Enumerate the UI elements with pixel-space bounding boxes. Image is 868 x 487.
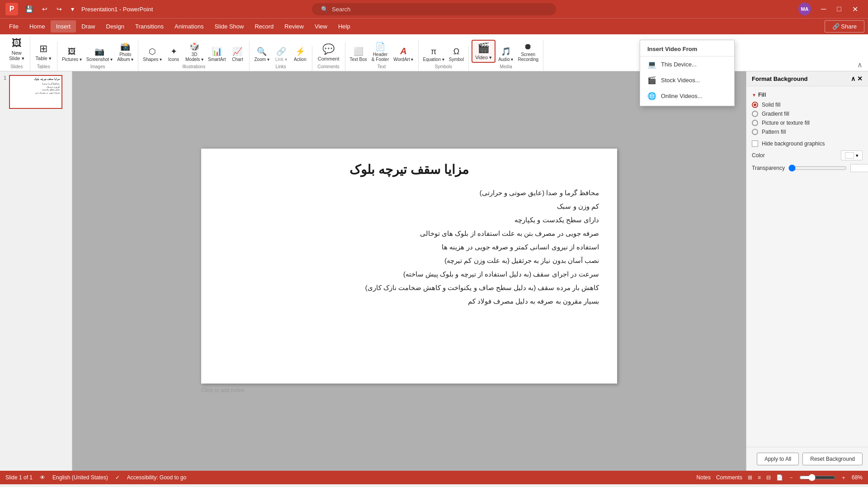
- shapes-button[interactable]: ⬡ Shapes ▾: [141, 46, 164, 63]
- insert-video-dropdown: Insert Video From 💻 This Device... 🎬 Sto…: [640, 40, 735, 106]
- chart-button[interactable]: 📈 Chart: [228, 46, 246, 63]
- hide-background-check[interactable]: [752, 140, 758, 147]
- ribbon-group-tables: ⊞ Table ▾ Tables: [30, 42, 57, 71]
- reset-background-button[interactable]: Reset Background: [802, 453, 863, 465]
- picture-fill-radio[interactable]: [752, 120, 758, 126]
- screen-recording-button[interactable]: ⏺ Screen Recording: [516, 41, 540, 63]
- maximize-button[interactable]: □: [832, 3, 846, 15]
- header-footer-button[interactable]: 📄 Header & Footer: [370, 41, 391, 63]
- user-avatar[interactable]: MA: [798, 3, 811, 15]
- picture-texture-fill-option[interactable]: Picture or texture fill: [752, 120, 863, 126]
- app-logo: P: [5, 3, 18, 15]
- transparency-slider[interactable]: [788, 164, 847, 172]
- slide-thumb-container: 1 مزایا سقف تیرچه بلوک محافظ گرما و صدا …: [4, 75, 68, 109]
- pattern-fill-radio[interactable]: [752, 129, 758, 135]
- equation-button[interactable]: π Equation ▾: [421, 46, 446, 63]
- menu-animations[interactable]: Animations: [169, 20, 209, 33]
- search-bar[interactable]: 🔍: [312, 3, 556, 15]
- photo-album-button[interactable]: 📸 Photo Album ▾: [115, 41, 135, 63]
- undo-button[interactable]: ↩: [38, 4, 51, 14]
- comments-button[interactable]: Comments: [716, 474, 742, 481]
- solid-fill-option[interactable]: Solid fill: [752, 102, 863, 108]
- screenshot-button[interactable]: 📷 Screenshot ▾: [85, 46, 114, 63]
- slide-content: محافظ گرما و صدا (عایق صوتی و حرارتی) کم…: [219, 186, 599, 308]
- dropdown-item-device[interactable]: 💻 This Device...: [640, 56, 734, 72]
- menu-review[interactable]: Review: [279, 20, 309, 33]
- gradient-fill-radio[interactable]: [752, 111, 758, 117]
- share-button[interactable]: 🔗 Share: [825, 20, 864, 33]
- apply-to-all-button[interactable]: Apply to All: [757, 453, 799, 465]
- solid-fill-radio[interactable]: [752, 102, 758, 108]
- panel-collapse-btn[interactable]: ∧: [851, 75, 855, 82]
- zoom-slider[interactable]: [799, 474, 835, 481]
- close-button[interactable]: ✕: [848, 3, 863, 15]
- zoom-out-icon[interactable]: －: [788, 474, 794, 482]
- text-group-label: Text: [377, 64, 386, 69]
- customize-button[interactable]: ▾: [67, 4, 78, 14]
- menu-draw[interactable]: Draw: [76, 20, 100, 33]
- zoom-in-icon[interactable]: ＋: [841, 474, 846, 482]
- menu-slideshow[interactable]: Slide Show: [209, 20, 249, 33]
- slide-notes[interactable]: Click to add notes: [201, 387, 617, 393]
- view-reading-icon[interactable]: ⊟: [766, 474, 771, 481]
- pattern-fill-option[interactable]: Pattern fill: [752, 129, 863, 135]
- link-button[interactable]: 🔗 Link ▾: [272, 46, 290, 63]
- audio-button[interactable]: 🎵 Audio ▾: [496, 46, 515, 63]
- slide-canvas[interactable]: مزایا سقف تیرچه بلوک محافظ گرما و صدا (ع…: [201, 149, 617, 384]
- stock-video-icon: 🎬: [647, 76, 656, 84]
- menu-home[interactable]: Home: [24, 20, 51, 33]
- color-picker-button[interactable]: ▾: [841, 150, 863, 160]
- view-normal-icon[interactable]: ⊞: [748, 474, 752, 481]
- quick-access-toolbar: 💾 ↩ ↪ ▾: [22, 4, 78, 14]
- slides-group-label: Slides: [10, 64, 23, 69]
- dropdown-item-online[interactable]: 🌐 Online Videos...: [640, 88, 734, 104]
- ribbon-group-links: 🔍 Zoom ▾ 🔗 Link ▾ ⚡ Action Links: [250, 46, 312, 71]
- wordart-button[interactable]: A WordArt ▾: [392, 45, 415, 63]
- menu-transitions[interactable]: Transitions: [130, 20, 169, 33]
- search-input[interactable]: [332, 6, 547, 13]
- ribbon-group-slides: 🖼 New Slide ▾ Slides: [4, 36, 30, 71]
- view-slideshow-icon[interactable]: 📄: [776, 474, 783, 481]
- menu-file[interactable]: File: [4, 20, 24, 33]
- menu-view[interactable]: View: [309, 20, 333, 33]
- menu-insert[interactable]: Insert: [51, 20, 76, 33]
- slide-title: مزایا سقف تیرچه بلوک: [349, 162, 468, 177]
- minimize-button[interactable]: ─: [816, 3, 830, 15]
- new-slide-button[interactable]: 🖼 New Slide ▾: [6, 36, 27, 63]
- zoom-button[interactable]: 🔍 Zoom ▾: [252, 46, 271, 63]
- bullet-8: کاهش بار مرده سقف (به دلیل سطح صاف و یکن…: [219, 281, 599, 295]
- menu-record[interactable]: Record: [249, 20, 279, 33]
- view-slide-sorter-icon[interactable]: ≡: [758, 474, 761, 481]
- panel-close-btn[interactable]: ✕: [857, 75, 863, 82]
- smartart-button[interactable]: 📊 SmartArt: [206, 46, 227, 63]
- icons-button[interactable]: ✦ Icons: [165, 46, 183, 63]
- text-box-button[interactable]: ⬜ Text Box: [348, 46, 369, 63]
- gradient-fill-option[interactable]: Gradient fill: [752, 111, 863, 117]
- notes-button[interactable]: Notes: [697, 474, 711, 481]
- video-button[interactable]: 🎬 Video ▾: [472, 40, 495, 63]
- symbol-button[interactable]: Ω Symbol: [447, 46, 466, 63]
- hide-background-checkbox[interactable]: Hide background graphics: [752, 140, 863, 147]
- header-footer-icon: 📄: [375, 42, 385, 52]
- dropdown-item-stock[interactable]: 🎬 Stock Videos...: [640, 72, 734, 88]
- fill-arrow-icon: ▼: [752, 93, 756, 98]
- ribbon-collapse-button[interactable]: ∧: [855, 59, 864, 71]
- 3d-models-icon: 🎲: [189, 42, 199, 52]
- zoom-level[interactable]: 68%: [852, 474, 863, 481]
- photo-album-icon: 📸: [120, 42, 130, 52]
- pictures-button[interactable]: 🖼 Pictures ▾: [60, 46, 84, 63]
- menu-help[interactable]: Help: [333, 20, 356, 33]
- menu-design[interactable]: Design: [101, 20, 130, 33]
- language-info: English (United States): [52, 474, 108, 481]
- title-bar-left: P 💾 ↩ ↪ ▾ Presentation1 - PowerPoint: [5, 3, 291, 15]
- 3d-models-button[interactable]: 🎲 3D Models ▾: [184, 41, 205, 63]
- right-panel: Format Background ∧ ✕ ▼ Fill Solid fill …: [746, 71, 868, 471]
- comment-button[interactable]: 💬 Comment: [315, 42, 342, 63]
- transparency-input[interactable]: 0%: [850, 164, 868, 172]
- action-button[interactable]: ⚡ Action: [291, 46, 309, 63]
- table-button[interactable]: ⊞ Table ▾: [33, 42, 54, 63]
- save-button[interactable]: 💾: [22, 4, 37, 14]
- redo-button[interactable]: ↪: [53, 4, 66, 14]
- search-icon: 🔍: [321, 6, 328, 13]
- slide-thumbnail[interactable]: مزایا سقف تیرچه بلوک محافظ گرما و صدا کم…: [9, 75, 62, 109]
